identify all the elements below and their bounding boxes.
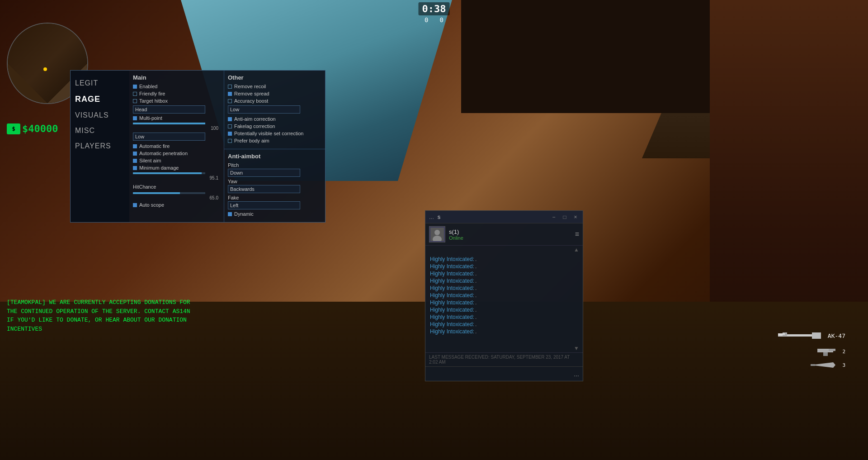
checkbox-remove-recoil-box[interactable] [228,85,232,89]
accuracy-dropdown[interactable]: Low [228,105,300,114]
multipoint-slider-track[interactable] [133,123,205,124]
checkbox-prefer-body-label: Prefer body aim [234,138,269,143]
section-antiaimbot: Anti-aimbot Pitch Down Yaw Backwards Fak… [224,149,325,222]
weapon-secondary-ammo: 2 [842,349,845,355]
checkbox-enabled-label: Enabled [139,84,157,89]
chat-msg-5: Highly Intoxicated: . [425,292,583,299]
svg-rect-11 [811,364,815,366]
chat-scroll-down[interactable]: ▼ [425,344,583,352]
chat-input-field[interactable] [429,371,574,377]
checkbox-pvs-correction-box[interactable] [228,132,232,136]
cheat-nav-sidebar: LEGIT RAGE VISUALS MISC PLAYERS [71,71,129,222]
hitbox-dropdown-row: Head [133,105,220,114]
checkbox-remove-spread[interactable]: Remove spread [228,91,321,96]
chat-scroll-up[interactable]: ▲ [425,246,583,254]
nav-item-rage[interactable]: RAGE [75,93,125,106]
chat-msg-3: Highly Intoxicated: . [425,277,583,285]
min-damage-slider-track[interactable] [133,172,205,174]
checkbox-auto-penetration-label: Automatic penetration [139,151,188,156]
chat-sender-2: Highly Intoxicated: [430,270,474,277]
weapon-primary-name: AK-47 [828,332,845,339]
chat-emoji-button[interactable]: ... [574,370,579,378]
svg-rect-9 [823,352,828,356]
nav-item-players[interactable]: PLAYERS [75,140,125,152]
checkbox-accuracy-boost-label: Accuracy boost [234,98,268,104]
pitch-label: Pitch [228,162,321,168]
nav-item-misc[interactable]: MISC [75,125,125,137]
checkbox-min-damage[interactable]: Minimum damage [133,165,220,171]
checkbox-multipoint[interactable]: Multi-point [133,115,220,121]
chat-msg-2: Highly Intoxicated: . [425,270,583,277]
yaw-row: Yaw Backwards [228,179,321,193]
checkbox-auto-fire-label: Automatic fire [139,143,170,149]
checkbox-friendly-fire[interactable]: Friendly fire [133,91,220,96]
weapon-primary-row: AK-47 [778,329,845,342]
min-damage-slider-fill [133,172,202,174]
chat-avatar [429,226,445,242]
checkbox-auto-penetration-box[interactable] [133,152,137,156]
minimap-player-marker [43,67,47,71]
checkbox-silent-aim-box[interactable] [133,159,137,163]
checkbox-anti-aim-correction[interactable]: Anti-aim correction [228,116,321,122]
section-other: Other Remove recoil Remove spread Accura… [224,71,325,149]
hitchance-slider-track[interactable] [133,192,205,194]
checkbox-dynamic[interactable]: Dynamic [228,211,321,217]
svg-rect-6 [778,333,785,335]
checkbox-target-hitbox[interactable]: Target hitbox [133,98,220,104]
checkbox-accuracy-boost-box[interactable] [228,99,232,103]
checkbox-remove-spread-box[interactable] [228,92,232,96]
money-display: $ $40000 [7,123,58,134]
pitch-dropdown[interactable]: Down [228,169,300,177]
multipoint-slider[interactable]: 100 [133,123,220,131]
chat-close-btn[interactable]: × [572,213,579,221]
chat-menu-icon[interactable]: ≡ [575,230,579,238]
checkbox-silent-aim-label: Silent aim [139,158,161,163]
checkbox-silent-aim[interactable]: Silent aim [133,158,220,163]
checkbox-auto-penetration[interactable]: Automatic penetration [133,151,220,156]
checkbox-fakelag-correction[interactable]: Fakelag correction [228,123,321,129]
checkbox-prefer-body[interactable]: Prefer body aim [228,138,321,143]
checkbox-friendly-fire-box[interactable] [133,92,137,96]
checkbox-autoscope[interactable]: Auto scope [133,202,220,208]
checkbox-accuracy-boost[interactable]: Accuracy boost [228,98,321,104]
checkbox-pvs-correction[interactable]: Potentially visible set correction [228,131,321,136]
chat-text-1: . [475,263,476,270]
checkbox-auto-fire[interactable]: Automatic fire [133,143,220,149]
chat-text-0: . [475,256,476,262]
chat-sender-5: Highly Intoxicated: [430,292,474,299]
checkbox-enabled[interactable]: Enabled [133,84,220,89]
chat-text-2: . [475,270,476,277]
checkbox-remove-recoil[interactable]: Remove recoil [228,84,321,89]
checkbox-target-hitbox-box[interactable] [133,99,137,103]
money-icon: $ [7,123,20,134]
checkbox-prefer-body-box[interactable] [228,139,232,143]
yaw-dropdown[interactable]: Backwards [228,185,300,193]
nav-item-visuals[interactable]: VISUALS [75,109,125,121]
svg-rect-8 [829,349,835,351]
checkbox-autoscope-box[interactable] [133,203,137,207]
hitchance-slider-fill [133,192,180,194]
chat-title-dots: ... [429,213,434,220]
chat-restore-btn[interactable]: □ [561,213,568,221]
checkbox-anti-aim-correction-box[interactable] [228,117,232,121]
checkbox-enabled-box[interactable] [133,85,137,89]
multipoint-slider-value: 100 [133,126,218,131]
chat-text-7: . [475,307,476,313]
checkbox-min-damage-box[interactable] [133,166,137,170]
chat-text-10: . [475,328,476,335]
chat-title-name: s [438,213,441,220]
hitchance-slider[interactable]: 65.0 [133,192,220,200]
multipoint-quality-dropdown[interactable]: Low [133,133,205,141]
checkbox-dynamic-box[interactable] [228,212,232,216]
nav-item-legit[interactable]: LEGIT [75,77,125,89]
min-damage-slider[interactable]: 95.1 [133,172,220,180]
fake-dropdown[interactable]: Left [228,201,300,209]
chat-text-4: . [475,285,476,291]
fake-row: Fake Left [228,195,321,209]
checkbox-multipoint-box[interactable] [133,116,137,120]
hitbox-dropdown[interactable]: Head [133,105,205,114]
chat-minimize-btn[interactable]: − [550,213,557,221]
chat-sender-8: Highly Intoxicated: [430,314,474,320]
checkbox-auto-fire-box[interactable] [133,144,137,148]
checkbox-fakelag-correction-box[interactable] [228,124,232,128]
